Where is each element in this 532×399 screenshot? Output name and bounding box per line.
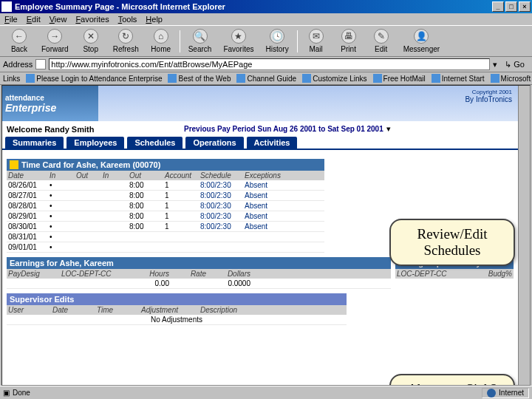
welcome-text: Welcome Randy Smith xyxy=(7,125,184,134)
ie-window: Employee Summary Page - Microsoft Intern… xyxy=(0,0,532,399)
link-icon xyxy=(373,74,382,83)
link-item[interactable]: Best of the Web xyxy=(168,74,231,83)
link-icon xyxy=(168,74,177,83)
tab-activities[interactable]: Activities xyxy=(247,137,298,149)
security-zone: Internet xyxy=(482,388,529,398)
back-icon: ← xyxy=(12,29,27,44)
supervisor-edits-title: Supervisor Edits xyxy=(10,295,74,304)
vertical-scrollbar[interactable] xyxy=(518,86,530,385)
callout-review-edit-schedules: Review/Edit Schedules xyxy=(389,219,515,266)
window-title: Employee Summary Page - Microsoft Intern… xyxy=(15,2,225,11)
timecard-row[interactable]: 08/26/01•8:0018:00/2:30Absent xyxy=(7,180,324,191)
messenger-button[interactable]: 👤Messenger xyxy=(398,27,446,55)
tab-summaries[interactable]: Summaries xyxy=(5,137,64,149)
forward-icon: → xyxy=(47,29,62,44)
page-icon xyxy=(35,59,46,69)
link-item[interactable]: Customize Links xyxy=(302,74,366,83)
timecard-row[interactable]: 08/28/01•8:0018:00/2:30Absent xyxy=(7,201,324,211)
home-icon: ⌂ xyxy=(154,29,168,44)
menu-edit[interactable]: Edit xyxy=(27,15,41,24)
supervisor-edits-section: Supervisor Edits User Date Time Adjustme… xyxy=(7,293,347,325)
back-button[interactable]: ←Back xyxy=(3,27,35,55)
edit-icon: ✎ xyxy=(374,29,389,44)
link-item[interactable]: Free HotMail xyxy=(373,74,426,83)
timecard-title: Time Card for Ashe, Kareem (00070) xyxy=(21,160,160,169)
link-icon xyxy=(302,74,311,83)
supervisor-edits-empty: No Adjustments xyxy=(7,315,347,325)
timecard-row[interactable]: 08/31/01• xyxy=(7,232,324,242)
edit-button[interactable]: ✎Edit xyxy=(365,27,398,55)
link-icon xyxy=(432,74,440,83)
search-icon: 🔍 xyxy=(193,29,208,44)
timecard-row[interactable]: 08/27/01•8:0018:00/2:30Absent xyxy=(7,191,324,201)
favorites-icon: ★ xyxy=(231,29,246,44)
menu-tools[interactable]: Tools xyxy=(118,15,137,24)
link-item[interactable]: Microsoft xyxy=(491,74,531,83)
address-label: Address xyxy=(3,60,33,69)
address-dropdown-icon[interactable]: ▾ xyxy=(493,60,497,69)
timecard-icon xyxy=(10,160,18,169)
internet-zone-icon xyxy=(487,389,496,398)
ie-icon xyxy=(1,1,12,12)
tab-schedules[interactable]: Schedules xyxy=(127,137,183,149)
earnings-section: Earnings for Ashe, Kareem PayDesig LOC-D… xyxy=(7,257,391,289)
tab-operations[interactable]: Operations xyxy=(185,137,243,149)
search-button[interactable]: 🔍Search xyxy=(183,27,218,55)
maximize-button[interactable]: □ xyxy=(505,1,517,12)
status-text: Done xyxy=(13,389,30,397)
home-button[interactable]: ⌂Home xyxy=(145,27,177,55)
copyright-text: Copyright 2001 xyxy=(465,89,512,95)
link-icon xyxy=(26,74,35,83)
links-bar: Links Please Login to Attendance Enterpr… xyxy=(0,72,532,85)
main-tabs: Summaries Employees Schedules Operations… xyxy=(2,137,518,149)
earnings-row: 0.00 0.0000 xyxy=(7,279,391,289)
messenger-icon: 👤 xyxy=(414,29,429,44)
history-button[interactable]: 🕓History xyxy=(260,27,295,55)
menubar: File Edit View Favorites Tools Help xyxy=(0,13,532,25)
print-icon: 🖶 xyxy=(341,29,356,44)
content-viewport: attendance Enterprise Copyright 2001 By … xyxy=(1,85,531,386)
link-item[interactable]: Please Login to Attendance Enterprise xyxy=(26,74,162,83)
menu-view[interactable]: View xyxy=(50,15,67,24)
address-bar: Address ▾ ↳ Go xyxy=(0,57,532,72)
menu-help[interactable]: Help xyxy=(146,15,163,24)
link-item[interactable]: Channel Guide xyxy=(236,74,296,83)
status-bar: ▣ Done Internet xyxy=(0,386,532,399)
timecard-row[interactable]: 09/01/01• xyxy=(7,242,324,253)
timecard-row[interactable]: 08/30/01•8:0018:00/2:30Absent xyxy=(7,222,324,232)
refresh-button[interactable]: ↻Refresh xyxy=(107,27,145,55)
stop-button[interactable]: ✕Stop xyxy=(75,27,107,55)
address-input[interactable] xyxy=(49,58,490,70)
tab-employees[interactable]: Employees xyxy=(66,137,124,149)
menu-favorites[interactable]: Favorites xyxy=(75,15,109,24)
status-done-icon: ▣ xyxy=(3,389,10,397)
timecard-row[interactable]: 08/29/01•8:0018:00/2:30Absent xyxy=(7,211,324,222)
byline-text: By InfoTronics xyxy=(465,95,512,103)
link-item[interactable]: Internet Start xyxy=(432,74,485,83)
favorites-button[interactable]: ★Favorites xyxy=(217,27,259,55)
mail-icon: ✉ xyxy=(309,29,324,44)
stop-icon: ✕ xyxy=(83,29,98,44)
links-label: Links xyxy=(3,75,20,83)
link-icon xyxy=(491,74,499,83)
refresh-icon: ↻ xyxy=(118,29,133,44)
forward-button[interactable]: →Forward xyxy=(35,27,75,55)
titlebar: Employee Summary Page - Microsoft Intern… xyxy=(0,0,532,13)
close-button[interactable]: × xyxy=(519,1,531,12)
link-icon xyxy=(236,74,245,83)
toolbar: ←Back →Forward ✕Stop ↻Refresh ⌂Home 🔍Sea… xyxy=(0,25,532,57)
pay-period-text: Previous Pay Period Sun Aug 26 2001 to S… xyxy=(184,125,383,133)
app-logo: attendance Enterprise xyxy=(2,86,98,121)
go-button[interactable]: ↳ Go xyxy=(500,59,529,70)
minimize-button[interactable]: _ xyxy=(492,1,504,12)
pay-period-dropdown-icon[interactable]: ▾ xyxy=(386,124,391,134)
earnings-title: Earnings for Ashe, Kareem xyxy=(10,259,114,267)
timecard-section: Time Card for Ashe, Kareem (00070) Date … xyxy=(7,159,324,253)
callout-absent-or-sick: Absent or Sick? xyxy=(389,374,515,386)
history-icon: 🕓 xyxy=(270,29,284,44)
mail-button[interactable]: ✉Mail xyxy=(300,27,332,55)
menu-file[interactable]: File xyxy=(4,15,18,24)
app-banner: attendance Enterprise Copyright 2001 By … xyxy=(2,86,518,121)
print-button[interactable]: 🖶Print xyxy=(332,27,365,55)
